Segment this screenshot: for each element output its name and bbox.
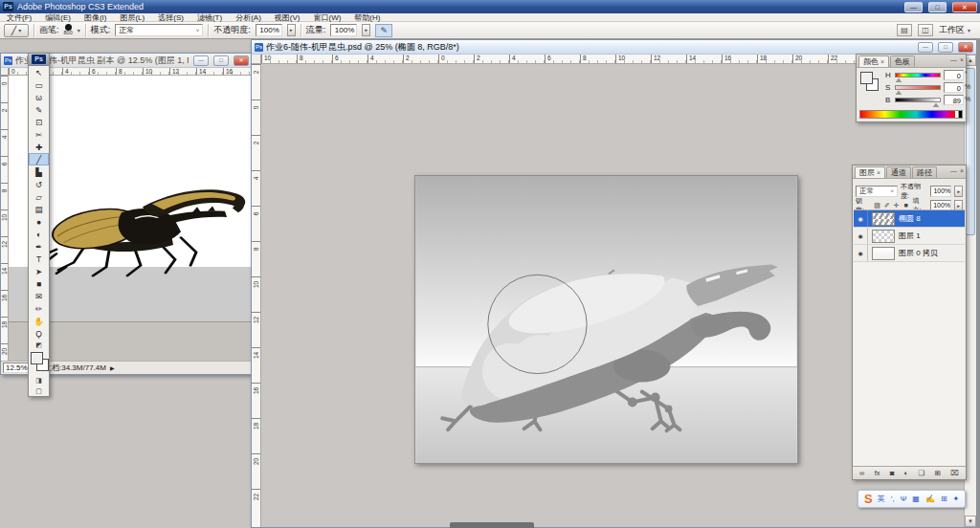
ime-skin-icon[interactable]: ✦ [953, 493, 960, 506]
chevron-down-icon[interactable]: ▾ [78, 27, 80, 33]
slider-value-input[interactable]: 89 [944, 95, 964, 105]
tool-preset-picker[interactable]: ╱ ▾ [4, 24, 29, 37]
layer-thumbnail[interactable] [872, 247, 895, 260]
ime-apps-icon[interactable]: ⊞ [941, 493, 947, 506]
layer-mask-icon[interactable]: ◙ [890, 469, 895, 477]
menu-item[interactable]: 文件(F) [0, 13, 38, 22]
quick-selection-tool[interactable]: ✎ [29, 103, 49, 116]
slice-tool[interactable]: ✂ [29, 128, 49, 141]
scrollbar-thumb[interactable] [966, 68, 975, 235]
foreground-color-swatch[interactable] [31, 352, 43, 364]
brush-tool[interactable]: ╱ [29, 153, 49, 165]
opacity-input[interactable]: 100% [256, 24, 282, 36]
workspace-button[interactable]: 工作区 ▾ [939, 24, 976, 36]
type-tool[interactable]: T [29, 253, 49, 265]
panel-close-icon[interactable]: × [960, 56, 964, 63]
menu-item[interactable]: 选择(S) [151, 13, 190, 22]
layer-group-icon[interactable]: ❏ [919, 469, 925, 477]
color-slider[interactable] [895, 98, 941, 102]
menu-item[interactable]: 图层(L) [113, 13, 151, 22]
layer-visibility-eye-icon[interactable]: ◉ [854, 210, 868, 227]
lock-icon[interactable]: ✐ [883, 202, 891, 209]
airbrush-toggle-button[interactable]: ✎ [375, 24, 392, 37]
gradient-tool[interactable]: ▤ [29, 203, 49, 215]
lock-icon[interactable]: ✛ [893, 202, 901, 209]
lasso-tool[interactable]: ω [29, 91, 49, 103]
layer-visibility-eye-icon[interactable]: ◉ [854, 228, 868, 244]
app-minimize-button[interactable]: — [904, 2, 923, 12]
tab-close-icon[interactable]: × [877, 169, 880, 176]
menu-item[interactable]: 帮助(H) [347, 13, 387, 22]
zoom-tool[interactable]: Ϙ [29, 327, 49, 340]
blend-mode-select[interactable]: 正常 ˅ [115, 24, 203, 36]
flow-spinner[interactable]: ▸ [362, 24, 370, 36]
lock-icon[interactable]: ▨ [874, 202, 881, 209]
hand-tool[interactable]: ✋ [29, 315, 49, 327]
quick-mask-button[interactable]: ◨ [29, 375, 49, 385]
layer-row[interactable]: ◉ 椭圆 8 [854, 210, 965, 228]
new-layer-icon[interactable]: ⊞ [935, 469, 941, 477]
menu-item[interactable]: 分析(A) [229, 13, 268, 22]
shape-tool[interactable]: ■ [29, 277, 49, 290]
slider-value-input[interactable]: 0 [944, 82, 964, 93]
move-tool[interactable]: ↖ [29, 66, 49, 78]
lock-icon[interactable]: ■ [902, 202, 910, 209]
doc-minimize-button[interactable]: — [193, 55, 209, 66]
panel-minimize-icon[interactable]: — [950, 56, 957, 63]
eyedropper-tool[interactable]: ✏ [29, 302, 49, 315]
layer-row[interactable]: ◉ 图层 0 拷贝 [854, 245, 965, 262]
marquee-tool[interactable]: ▭ [29, 78, 49, 91]
doc-restore-button[interactable]: □ [938, 42, 953, 53]
taskbar-peek-tab[interactable] [450, 522, 534, 528]
bridge-icon[interactable]: ◫ [918, 24, 933, 36]
doc-minimize-button[interactable]: — [918, 42, 933, 53]
canvas-artboard[interactable] [414, 175, 798, 464]
layer-style-icon[interactable]: fx [875, 469, 880, 477]
palette-well-icon[interactable]: ▤ [897, 24, 912, 36]
history-brush-tool[interactable]: ↺ [29, 178, 49, 190]
panel-minimize-icon[interactable]: — [950, 167, 957, 174]
blur-tool[interactable]: ● [29, 215, 49, 228]
menu-item[interactable]: 视图(V) [268, 13, 307, 22]
ime-mic-icon[interactable]: Ψ [901, 493, 907, 506]
default-colors-icon[interactable]: ◩ [29, 340, 49, 350]
panel-tab[interactable]: 路径× [912, 166, 937, 178]
notes-tool[interactable]: ✉ [29, 290, 49, 302]
menu-item[interactable]: 图像(I) [78, 13, 114, 22]
tab-close-icon[interactable]: × [880, 58, 884, 65]
delete-layer-icon[interactable]: ⌧ [950, 469, 959, 477]
screen-mode-button[interactable]: ▢ [29, 385, 49, 396]
doc-close-button[interactable]: ✕ [234, 55, 249, 66]
ime-keyboard-icon[interactable]: ▦ [912, 493, 920, 506]
flow-input[interactable]: 100% [330, 24, 357, 36]
panel-tab[interactable]: 图层× [855, 166, 885, 178]
slider-marker-icon[interactable] [896, 76, 902, 82]
brush-preset-picker[interactable]: 800 [64, 24, 73, 36]
panel-tab[interactable]: 颜色× [858, 55, 889, 67]
app-close-button[interactable]: ✕ [952, 2, 977, 12]
slider-marker-icon[interactable] [896, 88, 902, 95]
menu-item[interactable]: 滤镜(T) [190, 13, 229, 22]
app-maximize-button[interactable]: □ [928, 2, 947, 12]
document-titlebar[interactable]: Ps 作业6-随伟-机甲昆虫.psd @ 25% (椭圆 8, RGB/8*) … [252, 40, 976, 55]
ime-handwriting-icon[interactable]: ✍ [925, 493, 935, 506]
healing-brush-tool[interactable]: ✚ [29, 141, 49, 153]
menu-item[interactable]: 编辑(E) [38, 13, 78, 22]
eraser-tool[interactable]: ▱ [29, 190, 49, 203]
slider-marker-icon[interactable] [933, 100, 939, 107]
pen-tool[interactable]: ✒ [29, 240, 49, 253]
layer-row[interactable]: ◉ 图层 1 [854, 228, 965, 245]
doc-restore-button[interactable]: □ [213, 55, 229, 66]
link-layers-icon[interactable]: ∞ [859, 469, 864, 477]
color-slider[interactable] [895, 73, 941, 77]
path-selection-tool[interactable]: ➤ [29, 265, 49, 277]
panel-tab[interactable]: 色板× [890, 55, 915, 67]
menu-item[interactable]: 窗口(W) [306, 13, 347, 22]
panel-close-icon[interactable]: × [960, 167, 964, 174]
scroll-down-arrow[interactable]: ▼ [965, 516, 976, 527]
layer-thumbnail[interactable] [872, 230, 895, 243]
doc-close-button[interactable]: ✕ [958, 42, 973, 53]
sogou-logo-icon[interactable]: S [864, 493, 873, 506]
layer-thumbnail[interactable] [872, 212, 895, 226]
panel-tab[interactable]: 通道× [886, 166, 911, 178]
